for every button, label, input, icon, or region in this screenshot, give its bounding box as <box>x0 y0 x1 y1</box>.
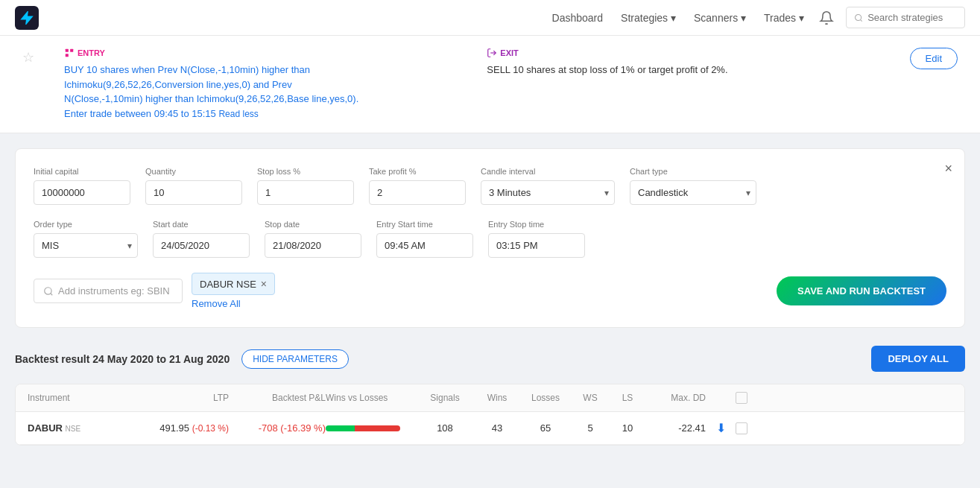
close-params-button[interactable]: × <box>944 161 952 177</box>
notification-bell-icon[interactable] <box>819 10 834 25</box>
instrument-tags-container: DABUR NSE × Remove All <box>192 273 275 309</box>
instrument-tag-label: DABUR NSE <box>200 279 256 290</box>
entry-start-time-input[interactable] <box>376 233 473 258</box>
row-checkbox[interactable] <box>736 422 747 434</box>
stop-date-input[interactable] <box>265 233 361 258</box>
maxdd-cell: -22.41 <box>646 422 706 434</box>
hide-parameters-button[interactable]: HIDE PARAMETERS <box>241 349 349 369</box>
wvsl-cell <box>326 425 415 431</box>
svg-marker-0 <box>22 12 32 23</box>
maxdd-value: -22.41 <box>678 422 706 434</box>
col-header-instrument: Instrument <box>28 393 132 403</box>
exit-label: EXIT <box>487 48 879 58</box>
svg-rect-3 <box>66 49 69 52</box>
ltp-change: (-0.13 %) <box>192 423 229 434</box>
exit-text: SELL 10 shares at stop loss of 1% or tar… <box>487 63 879 77</box>
remove-all-button[interactable]: Remove All <box>192 298 275 309</box>
candle-interval-select[interactable]: 3 Minutes 1 Minute 5 Minutes 15 Minutes … <box>481 180 615 205</box>
svg-rect-5 <box>66 54 69 57</box>
header-checkbox[interactable] <box>736 392 747 404</box>
app-logo[interactable] <box>15 6 39 30</box>
stop-date-group: Stop date <box>265 220 361 258</box>
stop-loss-input[interactable] <box>257 180 354 205</box>
search-instrument-icon <box>43 286 54 297</box>
svg-line-2 <box>860 19 862 21</box>
search-strategies-box[interactable] <box>846 7 965 28</box>
wins-value: 43 <box>492 422 502 434</box>
navbar-links: Dashboard Strategies ▾ Scanners ▾ Trades… <box>552 12 804 24</box>
col-header-ls: LS <box>609 393 646 403</box>
instrument-exchange: NSE <box>66 425 81 433</box>
order-type-select[interactable]: MIS CNC NRML <box>34 233 138 258</box>
pnl-cell: -708 (-16.39 %) <box>229 422 326 434</box>
nav-dashboard[interactable]: Dashboard <box>552 12 604 24</box>
chart-type-label: Chart type <box>630 167 756 176</box>
download-icon[interactable]: ⬇ <box>716 422 726 434</box>
candle-interval-label: Candle interval <box>481 167 615 176</box>
params-row-1: Initial capital Quantity Stop loss % Tak… <box>34 167 946 205</box>
initial-capital-group: Initial capital <box>34 167 130 205</box>
initial-capital-input[interactable] <box>34 180 130 205</box>
col-header-ltp: LTP <box>132 393 229 403</box>
search-strategies-input[interactable] <box>867 12 957 23</box>
start-date-group: Start date <box>153 220 250 258</box>
deploy-all-button[interactable]: DEPLOY ALL <box>871 346 965 372</box>
strategy-actions: Edit <box>910 48 958 69</box>
add-instrument-input[interactable]: Add instruments eg: SBIN <box>34 279 183 303</box>
favorite-star-icon[interactable]: ☆ <box>22 49 34 66</box>
signals-value: 108 <box>437 422 453 434</box>
take-profit-label: Take profit % <box>369 167 466 176</box>
entry-stop-time-label: Entry Stop time <box>488 220 585 229</box>
nav-trades[interactable]: Trades ▾ <box>764 12 804 24</box>
ls-cell: 10 <box>609 422 646 434</box>
exit-icon <box>487 48 497 58</box>
entry-stop-time-input[interactable] <box>488 233 585 258</box>
wvsl-win-portion <box>326 425 355 431</box>
initial-capital-label: Initial capital <box>34 167 130 176</box>
results-section: Backtest result 24 May 2020 to 21 Aug 20… <box>15 346 965 446</box>
row-checkbox-cell <box>736 422 753 434</box>
ltp-value: 491.95 <box>159 422 189 434</box>
take-profit-input[interactable] <box>369 180 466 205</box>
ls-value: 10 <box>622 422 633 434</box>
quantity-input[interactable] <box>145 180 242 205</box>
add-instrument-placeholder: Add instruments eg: SBIN <box>58 285 170 297</box>
losses-cell: 65 <box>519 422 572 434</box>
wvsl-loss-portion <box>355 425 400 431</box>
quantity-group: Quantity <box>145 167 242 205</box>
svg-line-8 <box>51 293 53 295</box>
stop-loss-group: Stop loss % <box>257 167 354 205</box>
col-header-ws: WS <box>572 393 609 403</box>
wins-cell: 43 <box>475 422 519 434</box>
chart-type-select[interactable]: Candlestick Heikin Ashi Line <box>630 180 756 205</box>
results-table: Instrument LTP Backtest P&L Wins vs Loss… <box>15 384 965 446</box>
read-less-link[interactable]: Read less <box>218 109 258 119</box>
pnl-value: -708 (-16.39 %) <box>259 422 326 434</box>
col-header-check <box>736 392 753 404</box>
nav-scanners[interactable]: Scanners ▾ <box>694 12 746 24</box>
ws-value: 5 <box>587 422 592 434</box>
candle-interval-select-wrap: 3 Minutes 1 Minute 5 Minutes 15 Minutes … <box>481 180 615 205</box>
col-header-wvsl: Wins vs Losses <box>326 393 415 403</box>
instrument-tag-remove-icon[interactable]: × <box>261 278 267 290</box>
start-date-input[interactable] <box>153 233 250 258</box>
chart-type-select-wrap: Candlestick Heikin Ashi Line ▾ <box>630 180 756 205</box>
strategy-bar: ☆ ENTRY BUY 10 shares when Prev N(Close,… <box>0 36 980 133</box>
order-type-label: Order type <box>34 220 138 229</box>
stop-date-label: Stop date <box>265 220 361 229</box>
svg-rect-4 <box>70 49 73 52</box>
col-header-pnl: Backtest P&L <box>229 393 326 403</box>
entry-icon <box>64 48 75 58</box>
entry-label: ENTRY <box>64 48 457 58</box>
nav-strategies[interactable]: Strategies ▾ <box>621 12 676 24</box>
instruments-row: Add instruments eg: SBIN DABUR NSE × Rem… <box>34 273 946 309</box>
entry-stop-time-group: Entry Stop time <box>488 220 585 258</box>
ltp-cell: 491.95 (-0.13 %) <box>132 422 229 434</box>
params-panel: × Initial capital Quantity Stop loss % T… <box>15 148 965 328</box>
save-and-run-backtest-button[interactable]: SAVE AND RUN BACKTEST <box>777 276 946 305</box>
edit-button[interactable]: Edit <box>910 48 958 69</box>
col-header-maxdd: Max. DD <box>646 393 706 403</box>
entry-text: BUY 10 shares when Prev N(Close,-1,10min… <box>64 63 362 121</box>
strategy-entry-block: ENTRY BUY 10 shares when Prev N(Close,-1… <box>64 48 457 121</box>
start-date-label: Start date <box>153 220 250 229</box>
